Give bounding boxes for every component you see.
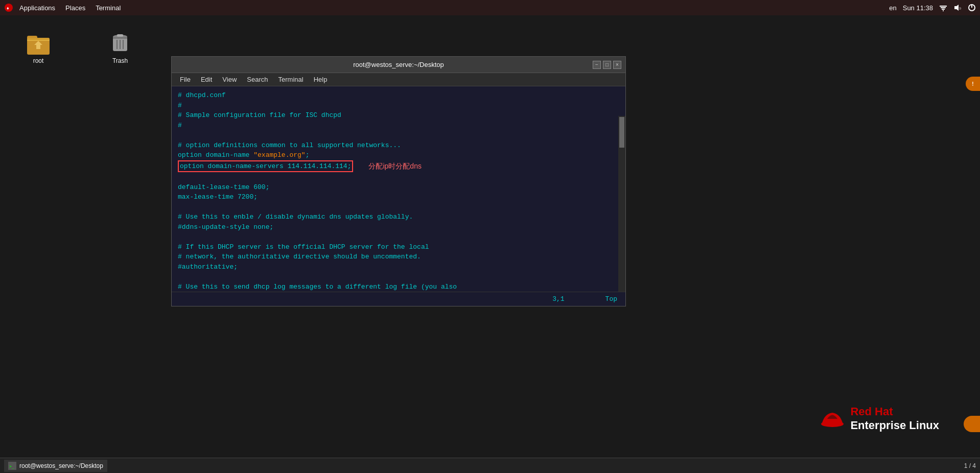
term-line: default-lease-time 600; (178, 182, 619, 193)
desktop: root Trash root@westos_serve:~/Desktop −… (0, 15, 980, 458)
term-line: # option definitions common to all suppo… (178, 140, 619, 151)
svg-rect-3 (941, 7, 946, 8)
taskbar-item-label: root@westos_serve:~/Desktop (19, 462, 103, 469)
svg-rect-17 (113, 37, 127, 39)
folder-icon (26, 31, 51, 55)
term-line: option domain-name "example.org"; (178, 150, 619, 160)
topbar: ♦ Applications Places Terminal en Sun 11… (0, 0, 980, 15)
term-line (178, 172, 619, 182)
term-line: # dhcpd.conf (178, 90, 619, 101)
svg-rect-21 (117, 34, 123, 37)
scrollbar-thumb[interactable] (619, 117, 624, 148)
terminal-window: root@westos_serve:~/Desktop − □ × File E… (171, 56, 626, 306)
svg-text:)): )) (959, 7, 961, 10)
term-line: # If this DHCP server is the official DH… (178, 242, 619, 252)
trash-icon (108, 31, 132, 55)
desktop-icon-root[interactable]: root (18, 31, 59, 64)
svg-marker-6 (954, 5, 959, 11)
redhat-icon: ♦ (4, 3, 13, 12)
term-line (178, 232, 619, 242)
scroll-position: Top (605, 295, 617, 303)
taskbar-pager: 1 / 4 (964, 462, 976, 469)
menu-search[interactable]: Search (243, 75, 272, 84)
term-line: # network, the authoritative directive s… (178, 252, 619, 262)
terminal-titlebar: root@westos_serve:~/Desktop − □ × (172, 57, 625, 73)
clock: Sun 11:38 (903, 4, 933, 12)
term-line: max-lease-time 7200; (178, 192, 619, 202)
term-line: #authoritative; (178, 262, 619, 272)
svg-rect-5 (943, 10, 944, 11)
terminal-title: root@westos_serve:~/Desktop (353, 61, 444, 68)
applications-menu[interactable]: Applications (15, 3, 59, 13)
notification-bubble[interactable]: ! (966, 77, 980, 91)
locale-indicator: en (889, 4, 896, 12)
highlighted-code: option domain-name-servers 114.114.114.1… (178, 160, 353, 173)
term-line: # Use this to send dhcp log messages to … (178, 282, 619, 292)
term-line-highlighted: option domain-name-servers 114.114.114.1… (178, 160, 619, 173)
power-icon[interactable] (968, 4, 976, 12)
network-icon (939, 4, 947, 12)
menu-view[interactable]: View (218, 75, 241, 84)
trash-label: Trash (112, 57, 128, 64)
terminal-taskbar-icon: >_ (8, 462, 16, 470)
maximize-button[interactable]: □ (603, 61, 611, 69)
redhat-line1: Red Hat (850, 405, 939, 418)
menu-file[interactable]: File (176, 75, 195, 84)
close-button[interactable]: × (613, 61, 621, 69)
desktop-icon-trash[interactable]: Trash (100, 31, 141, 64)
scrollbar[interactable] (618, 116, 625, 292)
terminal-statusbar: 3,1 Top (172, 292, 625, 306)
svg-text:♦: ♦ (7, 6, 9, 11)
taskbar-terminal-item[interactable]: >_ root@westos_serve:~/Desktop (4, 460, 107, 472)
redhat-logo: Red Hat Enterprise Linux (820, 405, 939, 432)
term-line (178, 272, 619, 282)
annotation-text: 分配ip时分配dns (368, 161, 421, 172)
term-line: # Sample configuration file for ISC dhcp… (178, 110, 619, 121)
terminal-menubar: File Edit View Search Terminal Help (172, 73, 625, 86)
menu-edit[interactable]: Edit (197, 75, 216, 84)
term-line (178, 202, 619, 212)
term-line (178, 130, 619, 140)
svg-text:>_: >_ (9, 464, 14, 469)
term-line: # (178, 101, 619, 111)
terminal-content[interactable]: # dhcpd.conf # # Sample configuration fi… (172, 86, 625, 292)
term-line: #ddns-update-style none; (178, 222, 619, 232)
taskbar: >_ root@westos_serve:~/Desktop 1 / 4 (0, 458, 980, 473)
menu-terminal[interactable]: Terminal (274, 75, 308, 84)
network-bubble[interactable] (964, 416, 980, 432)
volume-icon: )) (953, 4, 962, 12)
redhat-text: Red Hat Enterprise Linux (850, 405, 939, 432)
menu-help[interactable]: Help (310, 75, 332, 84)
minimize-button[interactable]: − (593, 61, 601, 69)
svg-rect-14 (36, 45, 40, 49)
redhat-hat-svg (820, 409, 845, 429)
cursor-position: 3,1 (552, 295, 564, 303)
svg-rect-2 (940, 6, 947, 7)
places-menu[interactable]: Places (61, 3, 89, 13)
svg-rect-4 (942, 9, 945, 10)
folder-label: root (33, 57, 44, 64)
svg-rect-9 (971, 5, 972, 8)
term-line: # Use this to enble / disable dynamic dn… (178, 212, 619, 222)
terminal-menu[interactable]: Terminal (91, 3, 125, 13)
term-line: # (178, 121, 619, 131)
redhat-line2: Enterprise Linux (850, 419, 939, 432)
window-controls: − □ × (593, 61, 621, 69)
